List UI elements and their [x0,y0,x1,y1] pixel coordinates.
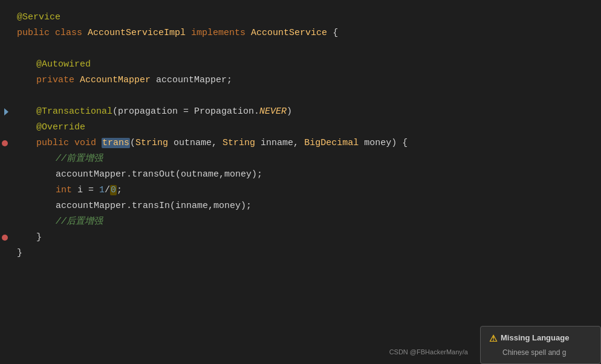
code-line [0,88,601,104]
line-text: int i = 1/0; [12,183,589,198]
missing-language-tooltip[interactable]: ⚠ Missing Language Chinese spell and g [480,326,601,364]
code-line: } [0,230,601,245]
line-text: //后置增强 [12,215,589,229]
line-text [12,42,589,56]
code-line: public class AccountServiceImpl implemen… [0,25,601,41]
code-line: @Transactional(propagation = Propagation… [0,104,601,120]
code-line: } [0,245,601,261]
line-gutter [0,235,12,241]
tooltip-subtitle: Chinese spell and g [489,347,592,359]
line-text: accountMapper.transIn(inname,money); [12,199,589,213]
code-line [0,41,601,57]
code-line: accountMapper.transOut(outname,money); [0,167,601,183]
breakpoint-dot[interactable] [2,140,8,146]
line-text: //前置增强 [12,152,589,166]
code-line: //前置增强 [0,151,601,167]
line-text: @Override [12,120,589,135]
breakpoint-dot[interactable] [2,235,8,241]
line-text: private AccountMapper accountMapper; [12,73,589,88]
bookmark-icon [4,108,8,115]
tooltip-title: ⚠ Missing Language [489,331,592,346]
code-editor: @Servicepublic class AccountServiceImpl … [0,0,601,364]
line-text: accountMapper.transOut(outname,money); [12,167,589,182]
code-line: public void trans(String outname, String… [0,135,601,151]
code-line: @Override [0,120,601,135]
code-line: int i = 1/0; [0,183,601,198]
line-text: public void trans(String outname, String… [12,136,589,151]
line-text: } [12,230,589,245]
line-gutter [0,140,12,146]
code-line: @Autowired [0,57,601,73]
line-text: } [12,246,589,261]
line-text [12,89,589,103]
warning-icon: ⚠ [489,331,497,346]
code-line: accountMapper.transIn(inname,money); [0,198,601,214]
line-text: @Transactional(propagation = Propagation… [12,105,589,119]
line-gutter [0,108,12,115]
line-text: public class AccountServiceImpl implemen… [12,26,589,41]
code-line: private AccountMapper accountMapper; [0,73,601,88]
line-text: @Service [12,10,589,25]
watermark: CSDN @FBHackerMany/a [389,347,468,358]
line-text: @Autowired [12,57,589,72]
code-line: //后置增强 [0,214,601,230]
code-line: @Service [0,10,601,25]
tooltip-title-text: Missing Language [501,332,569,345]
